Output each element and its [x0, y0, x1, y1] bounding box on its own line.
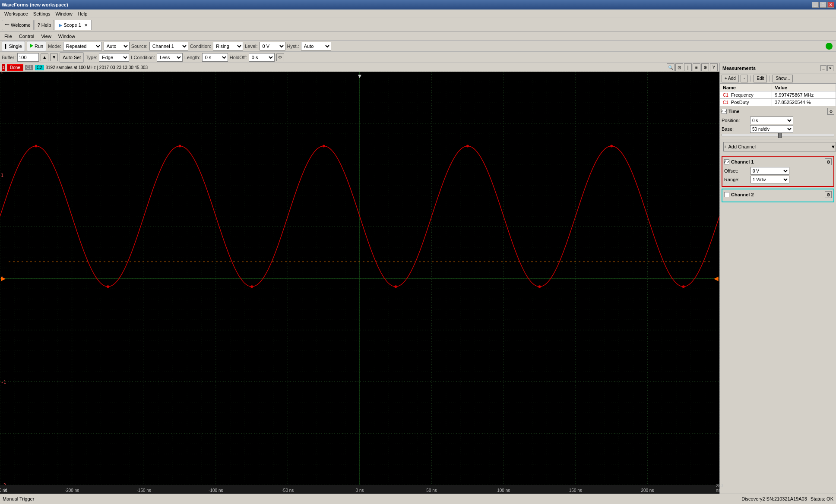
- maximize-button[interactable]: □: [820, 2, 826, 8]
- table-row: C1 Frequency 9.997475867 MHz: [720, 91, 836, 99]
- channel2-settings-icon[interactable]: ⚙: [825, 191, 832, 198]
- channel1-range-row: Range: 1 V/div 500 mV/div 2 V/div: [724, 176, 832, 183]
- scope-tab[interactable]: ▶ Scope 1 ✕: [55, 20, 91, 30]
- time-slider-thumb[interactable]: [778, 133, 782, 138]
- trigger-marker-right: ◀: [714, 275, 719, 282]
- level-select[interactable]: 0 V: [260, 42, 285, 50]
- table-row: C1 PosDuty 37.852520544 %: [720, 99, 836, 106]
- separator2: [770, 76, 770, 82]
- menu-help[interactable]: Help: [75, 10, 90, 17]
- fit-button[interactable]: ⊡: [675, 63, 683, 71]
- buffer-down[interactable]: ▼: [50, 54, 58, 61]
- auto-set-button[interactable]: Auto Set: [60, 52, 84, 63]
- condition-select[interactable]: Rising Falling Either: [213, 42, 243, 50]
- channel2-name: Channel 2: [724, 192, 754, 197]
- add-channel-icon: +: [724, 144, 726, 149]
- show-measurement-button[interactable]: Show...: [773, 75, 793, 82]
- help-button[interactable]: ? Help: [35, 20, 54, 30]
- cursor-button[interactable]: |: [684, 63, 692, 71]
- base-row: Base: 50 ns/div 100 ns/div 25 ns/div: [722, 125, 834, 133]
- channel1-name: ✓ Channel 1: [724, 159, 754, 164]
- x-axis: X-250 ns-200 ns-150 ns-100 ns-50 ns0 ns5…: [0, 485, 719, 494]
- view-menu[interactable]: View: [38, 33, 54, 40]
- menu-settings[interactable]: Settings: [31, 10, 53, 17]
- time-slider[interactable]: [722, 134, 834, 136]
- meas-name-1: C1 Frequency: [720, 91, 772, 99]
- app-title: WaveForms (new workspace): [2, 2, 68, 7]
- length-select[interactable]: 0 s: [202, 53, 228, 62]
- channel1-offset-row: Offset: 0 V: [724, 167, 832, 175]
- channel2-checkbox[interactable]: [724, 192, 729, 197]
- panel-settings-button[interactable]: ×: [827, 65, 833, 71]
- remove-measurement-button[interactable]: -: [741, 75, 748, 82]
- zoom-in-button[interactable]: 🔍: [667, 63, 674, 71]
- buffer-up[interactable]: ▲: [41, 54, 48, 61]
- single-button[interactable]: ▌ Single: [2, 41, 25, 51]
- meas-label-1: Frequency: [731, 92, 754, 98]
- trigger-marker-left: ▶: [1, 275, 6, 282]
- add-measurement-button[interactable]: + Add: [722, 75, 739, 82]
- window-menu[interactable]: Window: [56, 33, 78, 40]
- add-channel-dropdown-icon[interactable]: ▼: [831, 144, 836, 149]
- meas-value-1: 9.997475867 MHz: [772, 91, 836, 99]
- panel-scroll-area[interactable]: ✓ Time ⚙ Position: 0 s Base: 50 ns/div 1…: [720, 106, 836, 494]
- channel1-offset-select[interactable]: 0 V: [750, 167, 789, 175]
- close-button[interactable]: ✕: [827, 2, 834, 8]
- add-icon: +: [725, 76, 727, 81]
- app-toolbar: 〜 Welcome ? Help ▶ Scope 1 ✕: [0, 18, 836, 32]
- file-menu[interactable]: File: [2, 33, 15, 40]
- c1-badge: C1: [25, 65, 33, 70]
- run-button[interactable]: Run: [27, 41, 46, 51]
- file-menu-bar: File Control View Window: [0, 32, 836, 41]
- minimize-button[interactable]: _: [812, 2, 819, 8]
- scope-toolbar-row2: Buffer: 100 ▲ ▼ Auto Set Type: Edge Puls…: [0, 52, 836, 63]
- position-label: Position:: [722, 118, 747, 123]
- measurements-table: Name Value C1 Frequency 9.997475867 MHz …: [720, 84, 836, 106]
- buffer-input[interactable]: 100: [17, 53, 39, 62]
- close-tab-icon[interactable]: ✕: [84, 23, 88, 28]
- range-label: Range:: [724, 177, 748, 182]
- hyst-select[interactable]: Auto None: [301, 42, 331, 50]
- auto-select[interactable]: Auto Normal: [104, 42, 130, 50]
- measurements-title: Measurements: [722, 66, 756, 71]
- time-checkbox[interactable]: ✓: [722, 109, 727, 114]
- status-bar: Manual Trigger Discovery2 SN:210321A19A0…: [0, 494, 836, 503]
- control-menu[interactable]: Control: [16, 33, 37, 40]
- position-row: Position: 0 s: [722, 117, 834, 124]
- scope-canvas-area[interactable]: ▶ ◀ ▼: [0, 72, 719, 485]
- measure-button[interactable]: ≡: [693, 63, 700, 71]
- time-section-header: ✓ Time ⚙: [722, 108, 834, 115]
- channel1-range-select[interactable]: 1 V/div 500 mV/div 2 V/div: [750, 176, 789, 183]
- offset-label: Offset:: [724, 168, 748, 173]
- type-select[interactable]: Edge Pulse: [99, 53, 129, 62]
- panel-minimize-button[interactable]: _: [820, 65, 826, 71]
- source-select[interactable]: Channel 1 Channel 2: [149, 42, 188, 50]
- welcome-button[interactable]: 〜 Welcome: [2, 20, 34, 30]
- edit-measurement-button[interactable]: Edit: [754, 75, 767, 82]
- channel1-checkbox[interactable]: ✓: [724, 159, 729, 164]
- yaxis-button[interactable]: Y: [710, 63, 718, 71]
- time-settings-icon[interactable]: ⚙: [827, 108, 834, 115]
- holdoff-select[interactable]: 0 s: [249, 53, 275, 62]
- base-select[interactable]: 50 ns/div 100 ns/div 25 ns/div: [750, 125, 793, 133]
- trigger-marker-top: ▼: [357, 72, 363, 79]
- col-name: Name: [720, 84, 772, 91]
- meas-name-2: C1 PosDuty: [720, 99, 772, 106]
- device-info: Discovery2 SN:210321A19A03: [741, 496, 807, 501]
- buffer-label: Buffer:: [2, 55, 16, 60]
- channel1-settings-icon[interactable]: ⚙: [825, 158, 832, 165]
- menu-window[interactable]: Window: [53, 10, 75, 17]
- right-panel: Measurements _ × + Add - Edit Show...: [719, 63, 836, 494]
- status-right: Discovery2 SN:210321A19A03 Status: OK: [741, 496, 833, 501]
- separator: [750, 76, 751, 82]
- channel2-header: Channel 2 ⚙: [724, 191, 832, 198]
- single-icon: ▌: [5, 44, 7, 48]
- menu-workspace[interactable]: Workspace: [2, 10, 31, 17]
- holdoff-settings[interactable]: ⚙: [276, 54, 284, 61]
- settings-scope-button[interactable]: ⚙: [701, 63, 709, 71]
- time-checkbox-row: ✓ Time: [722, 109, 739, 114]
- position-select[interactable]: 0 s: [750, 117, 793, 124]
- lcondition-select[interactable]: Less More: [157, 53, 183, 62]
- mode-select[interactable]: Repeated Single Screen: [63, 42, 102, 50]
- add-channel-button[interactable]: + Add Channel ▼: [723, 142, 836, 151]
